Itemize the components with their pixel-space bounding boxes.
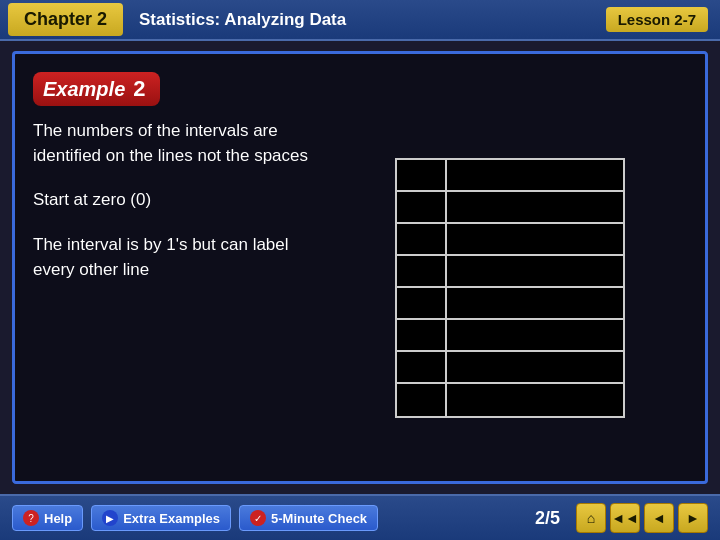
grid-row	[397, 256, 623, 288]
chapter-label: Chapter 2	[8, 3, 123, 36]
help-button[interactable]: ? Help	[12, 505, 83, 531]
check-icon: ✓	[250, 510, 266, 526]
grid-row	[397, 352, 623, 384]
grid-row	[397, 224, 623, 256]
grid-row	[397, 192, 623, 224]
grid-cell	[447, 384, 623, 416]
grid-cell	[397, 224, 447, 254]
grid-cell	[397, 288, 447, 318]
right-panel	[325, 64, 695, 471]
grid-cell	[397, 160, 447, 190]
grid-cell	[447, 256, 623, 286]
header-title: Statistics: Analyzing Data	[139, 10, 606, 30]
home-button[interactable]: ⌂	[576, 503, 606, 533]
footer-nav: ⌂ ◄◄ ◄ ►	[576, 503, 708, 533]
grid-row	[397, 320, 623, 352]
back-to-start-button[interactable]: ◄◄	[610, 503, 640, 533]
grid-row	[397, 160, 623, 192]
main-content: Example 2 The numbers of the intervals a…	[0, 41, 720, 494]
header: Chapter 2 Statistics: Analyzing Data Les…	[0, 0, 720, 41]
footer-buttons: ? Help ▶ Extra Examples ✓ 5-Minute Check	[12, 505, 519, 531]
grid-cell	[397, 320, 447, 350]
prev-button[interactable]: ◄	[644, 503, 674, 533]
content-frame: Example 2 The numbers of the intervals a…	[12, 51, 708, 484]
grid-cell	[397, 384, 447, 416]
grid-cell	[447, 160, 623, 190]
grid-cell	[447, 192, 623, 222]
data-grid	[395, 158, 625, 418]
extra-label: Extra Examples	[123, 511, 220, 526]
grid-row	[397, 384, 623, 416]
grid-cell	[447, 320, 623, 350]
content-text-3: The interval is by 1's but can label eve…	[33, 233, 325, 282]
example-badge: Example 2	[33, 72, 160, 106]
grid-cell	[397, 256, 447, 286]
next-button[interactable]: ►	[678, 503, 708, 533]
footer: ? Help ▶ Extra Examples ✓ 5-Minute Check…	[0, 494, 720, 540]
grid-cell	[447, 288, 623, 318]
help-icon: ?	[23, 510, 39, 526]
grid-cell	[397, 352, 447, 382]
help-label: Help	[44, 511, 72, 526]
extra-examples-button[interactable]: ▶ Extra Examples	[91, 505, 231, 531]
left-panel: The numbers of the intervals are identif…	[25, 64, 325, 471]
content-text-1: The numbers of the intervals are identif…	[33, 119, 325, 168]
page-indicator: 2/5	[535, 508, 560, 529]
example-text: Example	[43, 78, 125, 101]
grid-cell	[447, 224, 623, 254]
extra-icon: ▶	[102, 510, 118, 526]
grid-row	[397, 288, 623, 320]
five-minute-check-button[interactable]: ✓ 5-Minute Check	[239, 505, 378, 531]
lesson-label: Lesson 2-7	[606, 7, 708, 32]
grid-cell	[447, 352, 623, 382]
check-label: 5-Minute Check	[271, 511, 367, 526]
example-number: 2	[133, 76, 145, 102]
content-text-2: Start at zero (0)	[33, 188, 325, 213]
grid-cell	[397, 192, 447, 222]
